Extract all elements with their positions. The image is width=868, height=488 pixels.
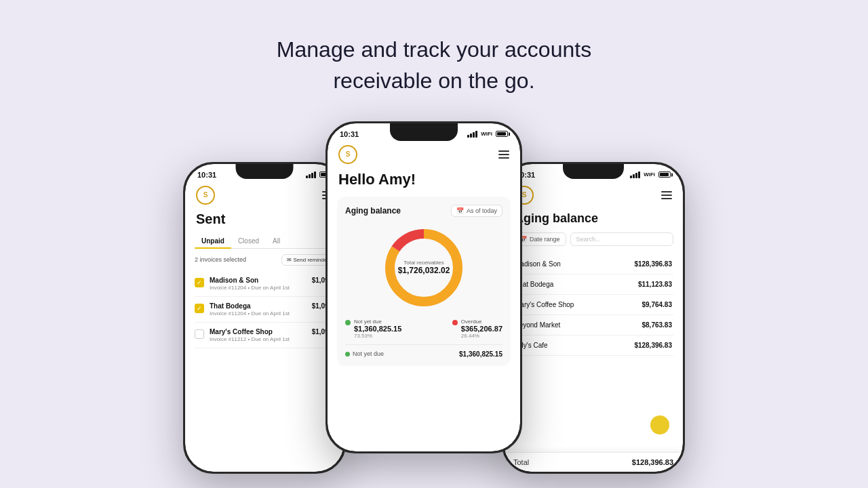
donut-amount: $1,726,032.02 — [398, 266, 450, 275]
legend-dot-green — [345, 320, 351, 325]
center-status-icons: WiFi — [467, 131, 508, 138]
aging-balance-title: Aging balance — [345, 206, 401, 216]
legend-value-1: $1,360,825.15 — [354, 325, 401, 333]
left-screen: 10:31 S — [185, 164, 344, 472]
aging-balance-card: Aging balance 📅 As of today — [337, 197, 511, 366]
client-name-3: Mary's Coffee Shop — [515, 301, 574, 308]
tabs-row: Unpaid Closed All — [195, 234, 334, 249]
legend-label-1: Not yet due — [354, 319, 401, 325]
right-logo-bar: S — [513, 186, 673, 205]
legend-label-2: Overdue — [461, 319, 502, 325]
as-of-badge: 📅 As of today — [451, 205, 502, 217]
aging-header: Aging balance 📅 As of today — [345, 205, 502, 217]
right-screen: 10:31 WiFi S — [504, 164, 683, 472]
signal-bars-icon — [306, 171, 316, 178]
client-amount-2: $11,123.83 — [638, 281, 672, 288]
right-menu-icon[interactable] — [661, 191, 672, 199]
client-amount-3: $9,764.83 — [642, 301, 673, 308]
headline-line2: receivable on the go. — [333, 68, 534, 93]
date-range-label: Date range — [530, 236, 560, 243]
client-row-3: Mary's Coffee Shop $9,764.83 — [513, 295, 673, 315]
tab-closed[interactable]: Closed — [231, 234, 266, 248]
donut-label: Total receivables — [398, 260, 450, 266]
legend-text-2: Overdue $365,206.87 26.44% — [461, 319, 502, 339]
invoice-info-2: That Bodega Invoice #11204 • Due on Apri… — [210, 302, 307, 317]
right-notch — [563, 164, 624, 179]
legend-not-yet-due: Not yet due $1,360,825.15 73.53% — [345, 319, 401, 339]
as-of-label: As of today — [467, 207, 497, 214]
donut-center: Total receivables $1,726,032.02 — [398, 260, 450, 276]
center-signal-icon — [467, 131, 477, 138]
greeting-text: Hello Amy! — [337, 171, 511, 188]
legend-overdue: Overdue $365,206.87 26.44% — [452, 319, 502, 339]
center-logo-bar: S — [337, 145, 511, 164]
center-notch — [390, 123, 458, 141]
client-amount-4: $8,763.83 — [642, 321, 673, 329]
invoice-item-1: Madison & Son Invoice #11204 • Due on Ap… — [195, 271, 334, 297]
total-bar: Total $128,396.83 — [504, 452, 683, 472]
total-label: Total — [513, 458, 529, 466]
invoice-sub-1: Invoice #11204 • Due on April 1st — [210, 285, 307, 291]
left-logo-bar: S — [195, 186, 334, 205]
invoice-sub-3: Invoice #11212 • Due on April 1st — [210, 336, 307, 342]
right-battery-icon — [658, 171, 671, 178]
left-logo-icon: S — [196, 186, 215, 205]
invoice-item-2: That Bodega Invoice #11204 • Due on Apri… — [195, 297, 334, 323]
invoice-info-3: Mary's Coffee Shop Invoice #11212 • Due … — [210, 328, 307, 342]
balance-dot-icon — [345, 352, 350, 357]
client-amount-1: $128,396.83 — [634, 260, 672, 268]
right-signal-icon — [630, 171, 640, 178]
headline-line1: Manage and track your accounts — [277, 37, 591, 62]
tab-all[interactable]: All — [266, 234, 287, 248]
left-time: 10:31 — [197, 171, 216, 179]
center-time: 10:31 — [340, 130, 359, 138]
invoice-item-3: Mary's Coffee Shop Invoice #11212 • Due … — [195, 323, 334, 348]
balance-summary-row: Not yet due $1,360,825.15 — [345, 344, 502, 358]
headline: Manage and track your accounts receivabl… — [277, 34, 591, 97]
legend-value-2: $365,206.87 — [461, 325, 502, 333]
right-app-content: S Aging balance 📅 Date range Search... — [504, 180, 683, 356]
donut-chart: Total receivables $1,726,032.02 — [380, 224, 468, 312]
invoice-name-3: Mary's Coffee Shop — [210, 328, 307, 336]
search-input[interactable]: Search... — [570, 232, 673, 246]
client-row-4: Beyond Market $8,763.83 — [513, 315, 673, 336]
reminder-icon: ✉ — [287, 257, 292, 263]
balance-label-text: Not yet due — [353, 350, 384, 357]
right-wifi-icon: WiFi — [644, 171, 655, 178]
reminder-label: Send reminder — [294, 257, 329, 263]
invoice-sub-2: Invoice #11204 • Due on April 1st — [210, 310, 307, 317]
center-app-content: S Hello Amy! Aging balance 📅 As of today — [328, 140, 520, 366]
sent-title: Sent — [195, 211, 334, 227]
legend-text-1: Not yet due $1,360,825.15 73.53% — [354, 319, 401, 339]
center-screen: 10:31 WiFi S — [328, 123, 520, 451]
balance-label: Not yet due — [345, 350, 384, 357]
client-amount-5: $128,396.83 — [634, 342, 672, 349]
search-placeholder: Search... — [576, 236, 601, 243]
right-aging-title: Aging balance — [513, 211, 673, 226]
checkbox-3[interactable] — [195, 329, 204, 339]
left-app-content: S Sent Unpaid Closed All 2 invoices sele… — [185, 180, 344, 348]
client-row-1: Madison & Son $128,396.83 — [513, 254, 673, 274]
gold-dot-decoration — [650, 415, 669, 434]
filter-row: 📅 Date range Search... — [513, 232, 673, 246]
checkbox-1[interactable] — [195, 278, 204, 287]
client-row-5: July's Cafe $128,396.83 — [513, 336, 673, 356]
legend-pct-2: 26.44% — [461, 333, 502, 339]
calendar-icon: 📅 — [456, 207, 464, 214]
checkbox-2[interactable] — [195, 304, 204, 313]
balance-amount: $1,360,825.15 — [459, 350, 502, 358]
invoice-name-1: Madison & Son — [210, 277, 307, 284]
center-battery-icon — [496, 131, 508, 137]
legend-pct-1: 73.53% — [354, 333, 401, 339]
phones-container: 10:31 S — [0, 121, 868, 474]
invoice-info-1: Madison & Son Invoice #11204 • Due on Ap… — [210, 277, 307, 291]
left-phone: 10:31 S — [183, 162, 346, 474]
invoice-name-2: That Bodega — [210, 302, 307, 310]
client-row-2: That Bodega $11,123.83 — [513, 274, 673, 295]
right-phone: 10:31 WiFi S — [502, 162, 685, 474]
legend-dot-red — [452, 320, 458, 325]
tab-unpaid[interactable]: Unpaid — [195, 234, 231, 248]
center-logo-icon: S — [338, 145, 357, 164]
center-phone: 10:31 WiFi S — [326, 121, 522, 453]
center-menu-icon[interactable] — [498, 150, 509, 159]
